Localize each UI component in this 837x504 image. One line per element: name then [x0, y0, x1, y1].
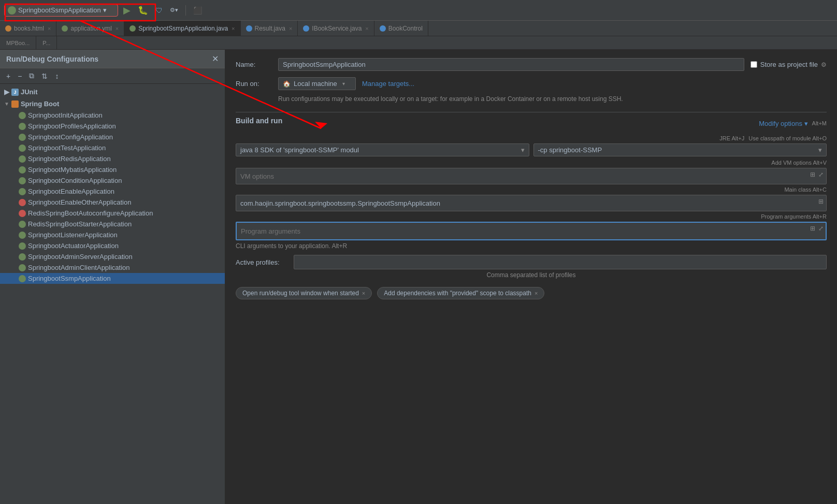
- books-html-icon: [5, 25, 11, 32]
- main-class-expand-btn[interactable]: ⊞: [817, 197, 825, 206]
- tab-springboot-main[interactable]: SpringbootSsmpApplication.java ×: [124, 21, 240, 36]
- item-icon-8: [19, 199, 26, 206]
- tree-item-4[interactable]: SpringbootRedisApplication: [0, 153, 225, 164]
- tab-bookcontrol[interactable]: BookControl: [374, 21, 428, 36]
- coverage-button[interactable]: 🛡: [153, 4, 165, 17]
- springboot-section-icon: [11, 100, 19, 108]
- app-icon: [8, 6, 16, 15]
- tree-item-5[interactable]: SpringbootMybatisApplication: [0, 164, 225, 175]
- tab-books-html-close[interactable]: ×: [48, 25, 51, 32]
- name-input[interactable]: [278, 58, 744, 71]
- tab-ibookservice-close[interactable]: ×: [365, 25, 368, 32]
- run-button[interactable]: ▶: [121, 3, 133, 18]
- vm-options-expand-btn[interactable]: ⊞: [809, 170, 816, 179]
- tree-item-14[interactable]: SpringbootAdminClientApplication: [0, 262, 225, 273]
- modify-options-button[interactable]: Modify options ▾: [759, 120, 807, 127]
- main-class-hint-row: Main class Alt+C: [236, 186, 827, 193]
- item-icon-5: [19, 166, 26, 174]
- vm-options-area: ⊞ ⤢: [236, 168, 827, 184]
- application-yml-icon: [62, 25, 68, 32]
- springboot-arrow: ▼: [4, 101, 9, 107]
- debug-button[interactable]: 🐛: [136, 3, 150, 17]
- remove-config-button[interactable]: −: [16, 71, 24, 81]
- left-panel: Run/Debug Configurations ✕ + − ⧉ ⇅ ↕ ▶ J…: [0, 50, 225, 504]
- tree-item-label-5: SpringbootMybatisApplication: [28, 166, 117, 174]
- tree-item-15[interactable]: SpringbootSsmpApplication: [0, 273, 225, 284]
- secondary-tab-2[interactable]: P...: [36, 36, 57, 49]
- tab-ibookservice[interactable]: IBookService.java ×: [298, 21, 374, 36]
- tree-item-2[interactable]: SpringbootConfigApplication: [0, 132, 225, 142]
- config-tree: ▶ J JUnit ▼ Spring Boot SpringbootInitAp…: [0, 84, 225, 504]
- toolbar-separator: [185, 5, 186, 16]
- tab-bar-secondary: MPBoo... P...: [0, 36, 837, 50]
- item-icon-9: [19, 210, 26, 217]
- main-class-hint: Main class Alt+C: [784, 186, 827, 193]
- dialog-close-button[interactable]: ✕: [212, 54, 219, 64]
- add-config-button[interactable]: +: [4, 71, 12, 81]
- tree-item-10[interactable]: RedisSpringBootStarterApplication: [0, 219, 225, 229]
- tab-springboot-main-close[interactable]: ×: [232, 25, 235, 32]
- tag-run-debug-label: Open run/debug tool window when started: [242, 290, 359, 297]
- classpath-dropdown[interactable]: -cp springboot-SSMP ▾: [533, 143, 827, 156]
- tree-item-8[interactable]: SpringbootEnableOtherApplication: [0, 197, 225, 208]
- move-config-button[interactable]: ⇅: [39, 71, 50, 81]
- name-label: Name:: [236, 61, 272, 68]
- store-as-project-row: Store as project file ⚙: [751, 61, 827, 68]
- store-as-project-gear: ⚙: [821, 61, 827, 68]
- bookcontrol-icon: [380, 25, 386, 32]
- manage-targets-link[interactable]: Manage targets...: [362, 80, 414, 88]
- active-profiles-input[interactable]: [294, 255, 827, 269]
- item-icon-2: [19, 134, 26, 141]
- main-class-input[interactable]: [236, 195, 827, 211]
- vm-options-input[interactable]: [236, 168, 827, 184]
- tree-item-0[interactable]: SpringbootInitApplication: [0, 110, 225, 121]
- tree-item-1[interactable]: SpringbootProfilesApplication: [0, 121, 225, 132]
- tab-result-java[interactable]: Result.java ×: [241, 21, 298, 36]
- tree-item-11[interactable]: SpringbootListenerApplication: [0, 229, 225, 240]
- tab-result-java-label: Result.java: [255, 25, 285, 32]
- program-args-input[interactable]: [236, 222, 827, 240]
- tree-section-springboot[interactable]: ▼ Spring Boot: [0, 98, 225, 110]
- stop-button[interactable]: ⬛: [191, 4, 204, 17]
- tab-books-html[interactable]: books.html ×: [0, 21, 56, 36]
- tab-result-java-close[interactable]: ×: [289, 25, 292, 32]
- store-as-project-checkbox[interactable]: [751, 61, 757, 68]
- tag-run-debug-close[interactable]: ×: [362, 290, 365, 296]
- junit-arrow: ▶: [4, 88, 9, 96]
- tree-item-7[interactable]: SpringbootEnableApplication: [0, 186, 225, 197]
- vm-options-actions: ⊞ ⤢: [809, 170, 825, 179]
- right-panel: Name: Store as project file ⚙ Run on: 🏠 …: [225, 50, 837, 504]
- vm-options-fullscreen-btn[interactable]: ⤢: [817, 170, 825, 179]
- copy-config-button[interactable]: ⧉: [27, 70, 36, 81]
- sdk-chevron: ▾: [521, 146, 525, 154]
- tree-section-junit[interactable]: ▶ J JUnit: [0, 86, 225, 98]
- sort-config-button[interactable]: ↕: [53, 71, 61, 81]
- tag-add-dependencies-close[interactable]: ×: [535, 290, 538, 296]
- sdk-value: java 8 SDK of 'springboot-SSMP' modul: [240, 146, 359, 154]
- item-icon-14: [19, 264, 26, 271]
- run-config-dropdown[interactable]: SpringbootSsmpApplication ▾: [4, 4, 118, 17]
- junit-label: JUnit: [21, 88, 38, 96]
- tab-application-yml-close[interactable]: ×: [116, 25, 119, 32]
- secondary-tab-1[interactable]: MPBoo...: [0, 36, 36, 49]
- item-icon-1: [19, 123, 26, 130]
- tree-item-label-8: SpringbootEnableOtherApplication: [28, 198, 131, 206]
- tree-item-12[interactable]: SpringbootActuatorApplication: [0, 240, 225, 251]
- tree-item-label-9: RedisSpringBootAutoconfigureApplication: [28, 209, 153, 217]
- item-icon-15: [19, 275, 26, 282]
- sdk-dropdown[interactable]: java 8 SDK of 'springboot-SSMP' modul ▾: [236, 143, 529, 156]
- program-args-fullscreen-btn[interactable]: ⤢: [817, 224, 825, 233]
- tree-item-6[interactable]: SpringbootConditionApplication: [0, 175, 225, 186]
- tag-run-debug-window[interactable]: Open run/debug tool window when started …: [236, 287, 372, 299]
- more-run-options[interactable]: ⚙▾: [168, 5, 180, 16]
- program-args-expand-btn[interactable]: ⊞: [809, 224, 816, 233]
- jre-hint: JRE Alt+J: [719, 135, 744, 141]
- tree-item-13[interactable]: SpringbootAdminServerApplication: [0, 251, 225, 262]
- main-area: Run/Debug Configurations ✕ + − ⧉ ⇅ ↕ ▶ J…: [0, 50, 837, 504]
- tag-add-dependencies[interactable]: Add dependencies with "provided" scope t…: [377, 287, 544, 299]
- divider-1: [236, 112, 827, 112]
- tree-item-3[interactable]: SpringbootTestApplication: [0, 142, 225, 153]
- tree-item-9[interactable]: RedisSpringBootAutoconfigureApplication: [0, 208, 225, 219]
- tab-application-yml[interactable]: application.yml ×: [56, 21, 124, 36]
- run-on-dropdown[interactable]: 🏠 Local machine ▾: [278, 77, 356, 90]
